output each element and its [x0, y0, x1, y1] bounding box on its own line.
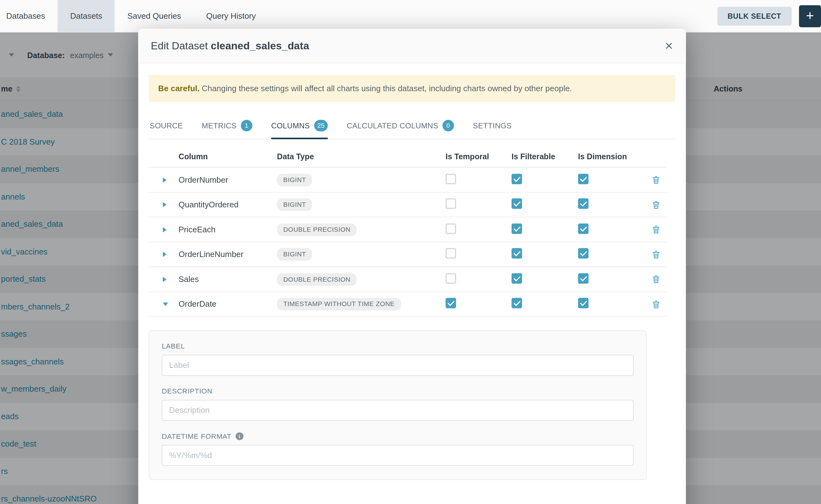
is-temporal-checkbox[interactable] [446, 273, 456, 284]
metrics-count-badge: 1 [241, 120, 252, 132]
column-row: OrderNumber BIGINT [149, 168, 667, 193]
description-field-label: DESCRIPTION [162, 388, 634, 395]
delete-column-button[interactable] [651, 200, 660, 210]
column-detail-panel: LABEL DESCRIPTION DATETIME FORMAT i [149, 330, 647, 480]
tab-label: CALCULATED COLUMNS [347, 122, 438, 130]
tab-label: METRICS [202, 122, 237, 130]
delete-column-button[interactable] [651, 175, 660, 185]
is-dimension-checkbox[interactable] [578, 248, 589, 259]
label-field-label: LABEL [162, 343, 634, 350]
column-name: Sales [173, 274, 277, 284]
nav-item-label: Query History [206, 11, 256, 21]
tab-columns[interactable]: COLUMNS 25 [271, 114, 328, 139]
is-dimension-checkbox[interactable] [578, 273, 589, 284]
description-input[interactable] [162, 400, 634, 421]
trash-icon [651, 299, 660, 309]
tab-metrics[interactable]: METRICS 1 [202, 114, 252, 139]
tab-source[interactable]: SOURCE [150, 114, 183, 139]
is-dimension-checkbox[interactable] [578, 199, 589, 209]
column-header: Column [173, 152, 277, 161]
modal-header: Edit Dataset cleaned_sales_data ✕ [138, 29, 686, 63]
top-navbar: Databases Datasets Saved Queries Query H… [0, 0, 821, 32]
warning-banner: Be careful.Changing these settings will … [149, 75, 675, 102]
expand-row-icon[interactable] [163, 177, 166, 183]
data-type-chip: BIGINT [277, 199, 312, 211]
data-type-chip: BIGINT [277, 248, 312, 261]
column-row-expanded: OrderDate TIMESTAMP WITHOUT TIME ZONE [149, 292, 667, 317]
is-filterable-checkbox[interactable] [512, 248, 522, 259]
data-type-header: Data Type [277, 152, 446, 161]
column-name: OrderDate [173, 299, 277, 309]
is-filterable-checkbox[interactable] [512, 273, 522, 284]
is-temporal-checkbox[interactable] [446, 174, 456, 184]
delete-column-button[interactable] [651, 274, 660, 284]
is-filterable-checkbox[interactable] [512, 298, 522, 309]
delete-column-button[interactable] [651, 250, 660, 259]
expand-row-icon[interactable] [163, 277, 166, 282]
is-filterable-checkbox[interactable] [512, 174, 522, 184]
data-type-chip: BIGINT [277, 174, 312, 186]
tab-calculated-columns[interactable]: CALCULATED COLUMNS 0 [347, 114, 454, 139]
add-dataset-button[interactable]: + [799, 5, 821, 27]
expand-row-icon[interactable] [163, 252, 166, 257]
is-dimension-header: Is Dimension [578, 152, 645, 161]
tab-label: COLUMNS [271, 122, 310, 130]
is-dimension-checkbox[interactable] [578, 298, 589, 309]
modal-tabs: SOURCE METRICS 1 COLUMNS 25 CALCULATED C… [149, 114, 675, 139]
tab-label: SOURCE [150, 122, 183, 130]
delete-column-button[interactable] [651, 225, 660, 235]
description-field: DESCRIPTION [162, 388, 634, 421]
expand-row-icon[interactable] [163, 227, 166, 232]
is-dimension-checkbox[interactable] [578, 223, 589, 234]
trash-icon [651, 225, 660, 235]
delete-column-button[interactable] [651, 299, 660, 309]
data-type-chip: DOUBLE PRECISION [277, 223, 357, 236]
column-row: Sales DOUBLE PRECISION [149, 267, 667, 292]
datetime-format-input[interactable] [162, 445, 634, 466]
nav-item-databases[interactable]: Databases [0, 0, 58, 32]
info-icon[interactable]: i [235, 432, 243, 440]
columns-count-badge: 25 [314, 120, 328, 132]
column-name: PriceEach [173, 225, 277, 234]
column-row: OrderLineNumber BIGINT [149, 242, 667, 267]
datetime-format-field-label: DATETIME FORMAT i [162, 432, 634, 440]
nav-item-label: Datasets [70, 11, 102, 21]
column-row: QuantityOrdered BIGINT [149, 193, 667, 218]
screen: Databases Datasets Saved Queries Query H… [0, 0, 821, 504]
trash-icon [651, 250, 660, 259]
plus-icon: + [806, 8, 814, 24]
bulk-select-button[interactable]: BULK SELECT [717, 7, 792, 25]
modal-body: Be careful.Changing these settings will … [138, 63, 686, 480]
is-temporal-checkbox[interactable] [446, 199, 456, 209]
label-field: LABEL [162, 343, 634, 376]
nav-item-saved-queries[interactable]: Saved Queries [115, 0, 194, 32]
nav-item-query-history[interactable]: Query History [194, 0, 268, 32]
is-temporal-checkbox[interactable] [446, 223, 456, 234]
tab-settings[interactable]: SETTINGS [473, 114, 512, 139]
modal-title-prefix: Edit Dataset [151, 40, 208, 51]
data-type-chip: DOUBLE PRECISION [277, 273, 357, 285]
expand-row-icon[interactable] [163, 202, 166, 207]
is-temporal-checkbox[interactable] [446, 248, 456, 259]
columns-table-header: Column Data Type Is Temporal Is Filterab… [149, 140, 667, 168]
modal-title: Edit Dataset cleaned_sales_data [151, 40, 309, 52]
label-input[interactable] [162, 355, 634, 376]
is-temporal-checkbox[interactable] [446, 298, 456, 309]
column-name: QuantityOrdered [173, 200, 277, 210]
close-icon[interactable]: ✕ [665, 41, 673, 51]
nav-item-label: Saved Queries [127, 11, 181, 21]
tab-label: SETTINGS [473, 122, 512, 130]
columns-table: Column Data Type Is Temporal Is Filterab… [149, 140, 667, 317]
collapse-row-icon[interactable] [163, 302, 168, 306]
column-row: PriceEach DOUBLE PRECISION [149, 217, 667, 242]
column-name: OrderLineNumber [173, 250, 277, 259]
edit-dataset-modal: Edit Dataset cleaned_sales_data ✕ Be car… [138, 29, 686, 504]
nav-item-label: Databases [6, 11, 45, 21]
is-dimension-checkbox[interactable] [578, 174, 589, 184]
is-filterable-checkbox[interactable] [512, 199, 522, 209]
modal-dataset-name: cleaned_sales_data [211, 40, 309, 51]
is-filterable-header: Is Filterable [512, 152, 578, 161]
is-filterable-checkbox[interactable] [512, 223, 522, 234]
nav-item-datasets[interactable]: Datasets [58, 0, 115, 32]
calculated-columns-count-badge: 0 [443, 120, 454, 132]
